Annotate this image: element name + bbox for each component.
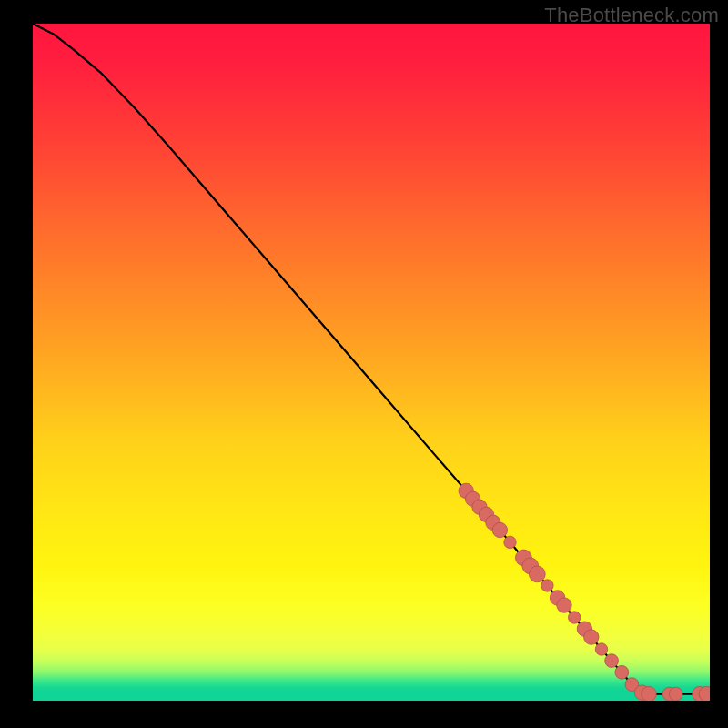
curve-marker [669, 687, 682, 701]
plot-area [33, 24, 710, 701]
curve-marker [541, 580, 553, 592]
bottleneck-curve-line [33, 24, 710, 694]
curve-marker [529, 566, 545, 582]
curve-marker [584, 630, 599, 644]
curve-marker [605, 654, 619, 668]
curve-marker [595, 643, 607, 655]
curve-marker [504, 536, 516, 548]
bottleneck-curve-svg [33, 24, 710, 701]
curve-marker [615, 665, 629, 679]
curve-marker [642, 686, 656, 701]
curve-markers [459, 483, 710, 701]
chart-frame: TheBottleneck.com [0, 0, 728, 728]
curve-marker [557, 598, 571, 612]
watermark-text: TheBottleneck.com [544, 4, 719, 27]
curve-marker [492, 522, 507, 537]
curve-marker [569, 612, 581, 623]
